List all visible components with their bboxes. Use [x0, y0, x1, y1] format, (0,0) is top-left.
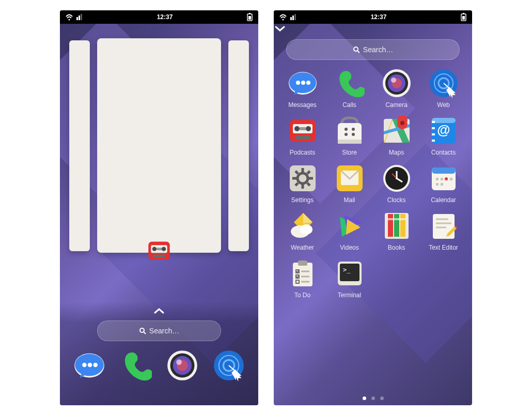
app-books[interactable]: Books: [375, 211, 418, 251]
maps-icon: [382, 116, 412, 146]
wifi-icon: [279, 13, 287, 21]
page-indicator[interactable]: [274, 396, 472, 400]
clocks-icon: [382, 163, 412, 193]
chevron-up-icon[interactable]: [153, 306, 165, 315]
app-mail[interactable]: Mail: [328, 163, 371, 204]
app-label: Contacts: [431, 149, 456, 156]
search-placeholder: Search…: [363, 45, 393, 54]
dock: Search…: [60, 302, 258, 405]
app-weather[interactable]: Weather: [281, 211, 324, 251]
phone-overview: 12:37 Search…: [60, 10, 258, 405]
app-calendar[interactable]: Calendar: [422, 163, 465, 204]
app-label: Books: [388, 244, 405, 251]
search-input[interactable]: Search…: [97, 320, 221, 341]
page-dot[interactable]: [371, 396, 375, 400]
overview-carousel[interactable]: [60, 38, 258, 263]
dock-app-calls[interactable]: [120, 349, 152, 381]
app-label: Store: [342, 149, 357, 156]
calls-icon: [335, 68, 365, 98]
page-dot[interactable]: [380, 396, 384, 400]
text-editor-icon: [429, 211, 459, 241]
app-label: Videos: [340, 244, 358, 251]
podcasts-icon: [145, 238, 174, 263]
dock-app-messages[interactable]: [73, 349, 105, 381]
mail-icon: [335, 163, 365, 193]
status-bar[interactable]: 12:37: [274, 10, 472, 24]
app-calls[interactable]: Calls: [328, 68, 371, 109]
camera-icon: [166, 349, 198, 381]
app-clocks[interactable]: Clocks: [375, 163, 418, 204]
search-icon: [353, 46, 360, 53]
cellular-icon: [290, 13, 296, 21]
phone-app-grid: 12:37 Search… Messages Calls Camera Web …: [274, 10, 472, 405]
app-podcasts[interactable]: Podcasts: [281, 116, 324, 156]
store-icon: [335, 116, 365, 146]
videos-icon: [335, 211, 365, 241]
battery-icon: [461, 13, 467, 22]
app-label: Web: [437, 101, 449, 109]
page-dot[interactable]: [363, 396, 366, 400]
app-label: To Do: [294, 292, 310, 299]
app-label: Clocks: [387, 196, 405, 204]
web-icon: [429, 68, 459, 98]
todo-icon: [288, 258, 318, 288]
calls-icon: [120, 349, 152, 381]
overview-card-prev[interactable]: [69, 40, 90, 251]
clock-label: 12:37: [296, 13, 461, 21]
camera-icon: [382, 68, 412, 98]
dock-app-web[interactable]: [213, 349, 245, 381]
app-label: Terminal: [338, 292, 361, 299]
messages-icon: [73, 349, 105, 381]
app-store[interactable]: Store: [328, 116, 371, 156]
app-label: Mail: [343, 196, 355, 204]
app-label: Maps: [389, 149, 404, 156]
podcasts-icon: [288, 116, 318, 146]
app-videos[interactable]: Videos: [328, 211, 371, 251]
status-bar[interactable]: 12:37: [60, 10, 258, 24]
overview-card-next[interactable]: [228, 40, 249, 251]
contacts-icon: [429, 116, 459, 146]
clock-label: 12:37: [83, 13, 247, 21]
app-camera[interactable]: Camera: [375, 68, 418, 109]
app-label: Calendar: [431, 196, 456, 204]
search-icon: [139, 327, 146, 334]
app-to-do[interactable]: To Do: [281, 258, 324, 299]
chevron-down-icon[interactable]: [274, 24, 472, 33]
app-label: Weather: [291, 244, 314, 251]
app-label: Messages: [288, 101, 317, 109]
cellular-icon: [76, 13, 83, 21]
wifi-icon: [65, 13, 73, 21]
app-contacts[interactable]: Contacts: [422, 116, 465, 156]
app-grid: Messages Calls Camera Web Podcasts Store…: [281, 68, 465, 299]
weather-icon: [288, 211, 318, 241]
app-web[interactable]: Web: [422, 68, 465, 109]
app-label: Settings: [291, 196, 314, 204]
app-settings[interactable]: Settings: [281, 163, 324, 204]
app-label: Text Editor: [429, 244, 458, 251]
app-terminal[interactable]: Terminal: [328, 258, 371, 299]
app-label: Podcasts: [290, 149, 315, 156]
web-icon: [213, 349, 245, 381]
app-label: Calls: [342, 101, 356, 109]
dock-app-camera[interactable]: [166, 349, 198, 381]
messages-icon: [288, 68, 318, 98]
search-input[interactable]: Search…: [286, 39, 460, 60]
search-placeholder: Search…: [149, 327, 179, 335]
app-text-editor[interactable]: Text Editor: [422, 211, 465, 251]
battery-icon: [247, 13, 253, 22]
terminal-icon: [335, 258, 365, 288]
app-label: Camera: [385, 101, 408, 109]
books-icon: [382, 211, 412, 241]
calendar-icon: [429, 163, 459, 193]
app-messages[interactable]: Messages: [281, 68, 324, 109]
overview-card-current[interactable]: [97, 38, 221, 253]
app-maps[interactable]: Maps: [375, 116, 418, 156]
settings-icon: [288, 163, 318, 193]
